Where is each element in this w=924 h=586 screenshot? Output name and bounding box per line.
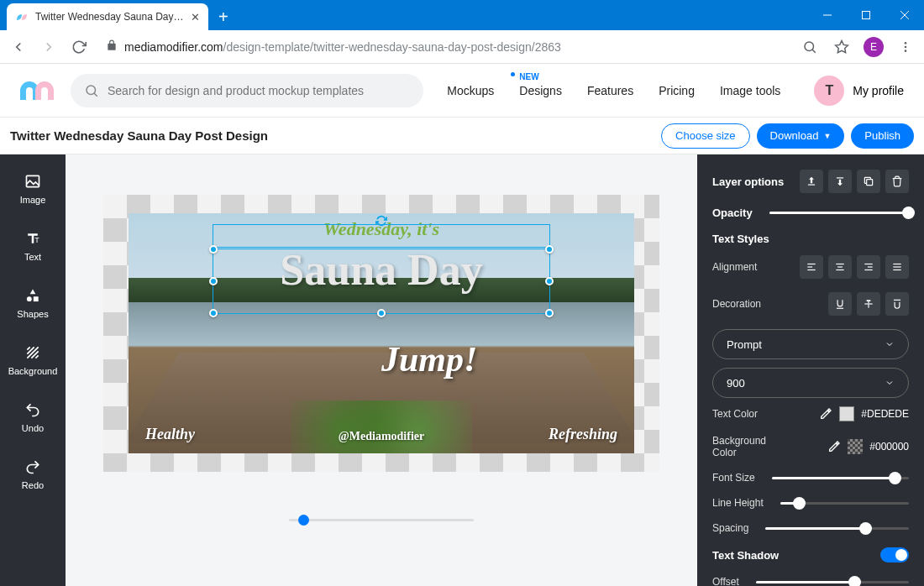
offset-slider[interactable] (756, 581, 909, 583)
svg-rect-39 (868, 305, 869, 308)
spacing-label: Spacing (712, 522, 748, 534)
redo-icon (24, 458, 41, 475)
align-justify-button[interactable] (885, 255, 909, 279)
bg-color-swatch[interactable] (848, 439, 863, 454)
new-tab-button[interactable]: + (208, 8, 239, 30)
align-center-button[interactable] (828, 255, 852, 279)
svg-marker-14 (30, 290, 36, 295)
new-badge: NEW (519, 72, 538, 81)
font-family-select[interactable]: Prompt (712, 329, 909, 359)
svg-marker-6 (836, 40, 848, 52)
resize-handle-sw[interactable] (209, 309, 218, 317)
text-styles-label: Text Styles (712, 233, 909, 245)
text-shadow-toggle[interactable] (880, 547, 909, 562)
left-toolbar: Image T Text Shapes Background Undo Redo (0, 154, 66, 586)
eyedropper-icon[interactable] (819, 407, 832, 421)
bring-front-button[interactable] (800, 170, 823, 193)
align-right-button[interactable] (857, 255, 880, 279)
tool-background[interactable]: Background (0, 339, 66, 381)
svg-line-19 (27, 347, 29, 349)
app-header: Mockups NEW Designs Features Pricing Ima… (0, 64, 924, 118)
tool-undo[interactable]: Undo (0, 396, 66, 438)
maximize-button[interactable] (847, 0, 885, 30)
line-height-slider[interactable] (780, 502, 909, 505)
forward-button[interactable] (39, 37, 59, 57)
chevron-down-icon (885, 378, 895, 388)
url-host: mediamodifier.com (124, 40, 223, 54)
tool-shapes[interactable]: Shapes (0, 282, 66, 324)
align-left-button[interactable] (800, 255, 823, 279)
canvas-text-title[interactable]: Sauna Day (129, 245, 634, 295)
underline-button[interactable] (828, 292, 852, 316)
font-size-label: Font Size (712, 472, 755, 484)
zoom-icon[interactable] (800, 37, 820, 57)
tool-text[interactable]: T Text (0, 225, 66, 267)
chevron-down-icon (885, 339, 895, 349)
canvas-area: Wednesday, it's Sauna Day Jump! Healthy … (66, 154, 697, 586)
nav-features[interactable]: Features (587, 84, 633, 97)
shapes-icon (24, 287, 41, 304)
tab-favicon-icon (15, 10, 29, 24)
canvas-text-jump[interactable]: Jump! (381, 339, 477, 379)
nav-pricing[interactable]: Pricing (659, 84, 695, 97)
zoom-slider[interactable] (289, 519, 474, 521)
browser-profile-avatar[interactable]: E (864, 37, 884, 57)
strikethrough-button[interactable] (857, 292, 880, 316)
opacity-slider[interactable] (769, 212, 909, 214)
canvas-text-refreshing[interactable]: Refreshing (549, 426, 617, 443)
browser-titlebar: Twitter Wednesday Sauna Day Po ✕ + (0, 0, 924, 30)
background-icon (24, 344, 41, 361)
zoom-thumb[interactable] (298, 515, 309, 526)
spacing-slider[interactable] (765, 527, 909, 530)
app-logo[interactable] (20, 81, 54, 100)
text-color-swatch[interactable] (839, 406, 854, 421)
canvas-text-subtitle[interactable]: Wednesday, it's (129, 218, 634, 240)
url-path: /design-template/twitter-wednesday-sauna… (223, 40, 561, 54)
close-tab-icon[interactable]: ✕ (191, 11, 200, 24)
back-button[interactable] (8, 37, 29, 57)
tool-redo[interactable]: Redo (0, 453, 66, 495)
svg-line-5 (812, 50, 816, 53)
url-input[interactable]: mediamodifier.com/design-template/twitte… (99, 39, 790, 54)
svg-point-7 (905, 42, 907, 44)
svg-line-21 (35, 355, 38, 358)
browser-menu-icon[interactable] (895, 37, 916, 57)
svg-point-4 (805, 42, 814, 51)
decoration-label: Decoration (712, 298, 761, 310)
delete-button[interactable] (885, 170, 909, 193)
resize-handle-s[interactable] (377, 309, 386, 317)
text-color-label: Text Color (712, 408, 758, 420)
overline-button[interactable] (885, 292, 909, 316)
close-window-button[interactable] (885, 0, 924, 30)
eyedropper-icon[interactable] (827, 440, 841, 453)
tool-image[interactable]: Image (0, 168, 66, 210)
bookmark-icon[interactable] (832, 37, 852, 57)
nav-designs[interactable]: NEW Designs (519, 84, 562, 97)
canvas[interactable]: Wednesday, it's Sauna Day Jump! Healthy … (103, 195, 659, 472)
publish-button[interactable]: Publish (851, 123, 914, 149)
duplicate-button[interactable] (857, 170, 880, 193)
svg-rect-37 (837, 308, 843, 309)
svg-point-9 (905, 50, 907, 52)
image-icon (24, 173, 41, 190)
svg-rect-38 (864, 303, 872, 304)
nav-image-tools[interactable]: Image tools (720, 84, 780, 97)
search-bar[interactable] (71, 74, 423, 107)
minimize-button[interactable] (808, 0, 847, 30)
text-color-value: #DEDEDE (861, 408, 909, 420)
send-back-button[interactable] (828, 170, 852, 193)
profile-menu[interactable]: T My profile (814, 76, 904, 106)
search-input[interactable] (108, 84, 410, 97)
new-dot-icon (511, 72, 515, 76)
font-size-slider[interactable] (772, 477, 909, 479)
resize-handle-se[interactable] (545, 309, 554, 317)
line-height-label: Line Height (712, 497, 764, 509)
nav-mockups[interactable]: Mockups (447, 84, 494, 97)
reload-button[interactable] (69, 37, 89, 57)
choose-size-button[interactable]: Choose size (661, 123, 750, 149)
svg-text:T: T (35, 236, 39, 244)
canvas-image[interactable]: Wednesday, it's Sauna Day Jump! Healthy … (129, 213, 634, 453)
browser-tab[interactable]: Twitter Wednesday Sauna Day Po ✕ (7, 3, 208, 30)
download-button[interactable]: Download▼ (757, 123, 845, 149)
font-weight-select[interactable]: 900 (712, 368, 909, 398)
